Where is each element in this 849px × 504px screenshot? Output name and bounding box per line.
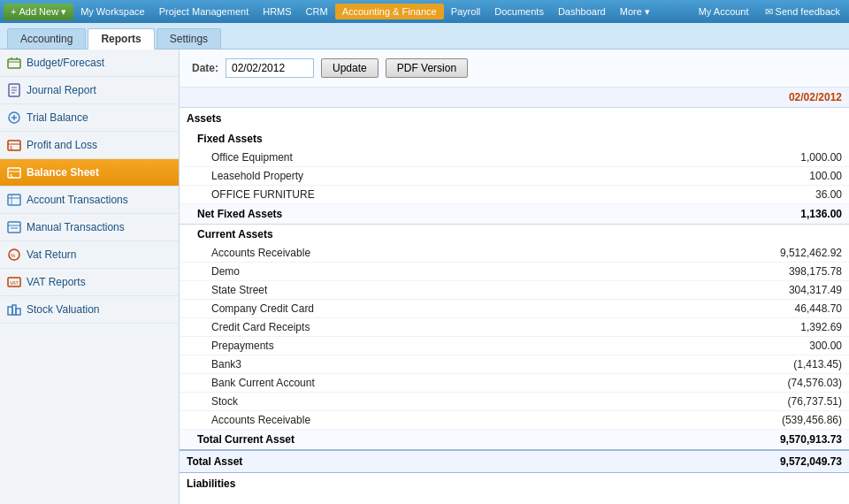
company-cc-value: 46,448.70 bbox=[734, 300, 849, 318]
cc-receipts-value: 1,392.69 bbox=[734, 318, 849, 337]
bank3-label: Bank3 bbox=[180, 355, 734, 374]
sidebar-label-trial: Trial Balance bbox=[27, 111, 88, 124]
sidebar-label-journal: Journal Report bbox=[27, 84, 96, 96]
table-row: Credit Card Receipts 1,392.69 bbox=[180, 318, 849, 337]
fixed-assets-header: Fixed Assets bbox=[180, 129, 849, 149]
sidebar-item-bs[interactable]: $ Balance Sheet bbox=[0, 159, 179, 187]
cc-receipts-label: Credit Card Receipts bbox=[180, 318, 734, 337]
my-account-nav[interactable]: My Account bbox=[692, 4, 756, 19]
total-current-asset-value: 9,570,913.73 bbox=[734, 430, 849, 451]
total-asset-value: 9,572,049.73 bbox=[734, 450, 849, 473]
liabilities-label: Liabilities bbox=[180, 473, 849, 495]
svg-rect-29 bbox=[16, 309, 20, 315]
ar2-value: (539,456.86) bbox=[734, 411, 849, 430]
date-header-empty bbox=[180, 88, 734, 108]
sidebar-item-pl[interactable]: $ Profit and Loss bbox=[0, 132, 179, 159]
svg-rect-20 bbox=[8, 222, 20, 233]
date-label: Date: bbox=[192, 62, 218, 74]
table-row: Accounts Receivable (539,456.86) bbox=[180, 411, 849, 430]
table-row: Leasehold Property 100.00 bbox=[180, 167, 849, 186]
accounting-finance-nav[interactable]: Accounting & Finance bbox=[335, 4, 444, 19]
stock-value: (76,737.51) bbox=[734, 393, 849, 411]
sidebar-label-budget: Budget/Forecast bbox=[27, 57, 104, 69]
table-row: Stock (76,737.51) bbox=[180, 393, 849, 411]
liabilities-section-header: Liabilities bbox=[180, 473, 849, 495]
ar2-label: Accounts Receivable bbox=[180, 411, 734, 430]
my-workspace-nav[interactable]: My Workspace bbox=[73, 4, 152, 19]
crm-nav[interactable]: CRM bbox=[299, 4, 335, 19]
sidebar-label-mt: Manual Transactions bbox=[27, 221, 125, 233]
documents-nav[interactable]: Documents bbox=[487, 4, 551, 19]
office-furniture-value: 36.00 bbox=[734, 186, 849, 204]
more-nav[interactable]: More ▾ bbox=[613, 4, 657, 20]
payroll-nav[interactable]: Payroll bbox=[444, 4, 488, 19]
main-content: Date: Update PDF Version 02/02/2012 Asse… bbox=[180, 50, 849, 504]
journal-icon bbox=[7, 83, 21, 97]
tab-accounting[interactable]: Accounting bbox=[7, 28, 86, 49]
fixed-assets-label: Fixed Assets bbox=[180, 129, 849, 149]
assets-label: Assets bbox=[180, 108, 849, 130]
net-fixed-assets-row: Net Fixed Assets 1,136.00 bbox=[180, 204, 849, 225]
table-row: State Street 304,317.49 bbox=[180, 281, 849, 300]
bank-current-label: Bank Current Account bbox=[180, 374, 734, 393]
sidebar-item-stock[interactable]: Stock Valuation bbox=[0, 296, 179, 324]
sidebar-item-at[interactable]: Account Transactions bbox=[0, 187, 179, 214]
demo-label: Demo bbox=[180, 263, 734, 281]
demo-value: 398,175.78 bbox=[734, 263, 849, 281]
current-assets-label: Current Assets bbox=[180, 225, 849, 245]
date-input[interactable] bbox=[226, 58, 314, 78]
plus-icon: + bbox=[11, 6, 16, 17]
dashboard-nav[interactable]: Dashboard bbox=[551, 4, 613, 19]
total-current-asset-row: Total Current Asset 9,570,913.73 bbox=[180, 430, 849, 451]
sidebar-item-trial[interactable]: Trial Balance bbox=[0, 104, 179, 132]
sidebar-label-vat: Vat Return bbox=[27, 248, 76, 261]
svg-text:%: % bbox=[11, 253, 16, 258]
table-row: Company Credit Card 46,448.70 bbox=[180, 300, 849, 318]
send-feedback-button[interactable]: ✉ Send feedback bbox=[760, 4, 845, 19]
stock-label: Stock bbox=[180, 393, 734, 411]
svg-rect-17 bbox=[8, 195, 20, 205]
company-cc-label: Company Credit Card bbox=[180, 300, 734, 318]
sidebar-item-mt[interactable]: Manual Transactions bbox=[0, 214, 179, 241]
office-equipment-label: Office Equipment bbox=[180, 149, 734, 167]
leasehold-value: 100.00 bbox=[734, 167, 849, 186]
update-button[interactable]: Update bbox=[321, 58, 379, 78]
table-row: Bank Current Account (74,576.03) bbox=[180, 374, 849, 393]
date-header-value: 02/02/2012 bbox=[734, 88, 849, 108]
sidebar: Budget/Forecast Journal Report Trial Bal… bbox=[0, 50, 180, 504]
project-management-nav[interactable]: Project Management bbox=[152, 4, 256, 19]
hrms-nav[interactable]: HRMS bbox=[256, 4, 298, 19]
sidebar-item-budget[interactable]: Budget/Forecast bbox=[0, 50, 179, 77]
current-assets-header: Current Assets bbox=[180, 225, 849, 245]
sidebar-item-journal[interactable]: Journal Report bbox=[0, 77, 179, 104]
sidebar-label-pl: Profit and Loss bbox=[27, 139, 97, 151]
vat-icon: % bbox=[7, 248, 21, 262]
net-fixed-assets-value: 1,136.00 bbox=[734, 204, 849, 225]
ar1-label: Accounts Receivable bbox=[180, 244, 734, 263]
add-new-button[interactable]: + Add New ▾ bbox=[4, 4, 73, 20]
sidebar-label-stock: Stock Valuation bbox=[27, 303, 100, 316]
office-equipment-value: 1,000.00 bbox=[734, 149, 849, 167]
ar1-value: 9,512,462.92 bbox=[734, 244, 849, 263]
date-header-row: 02/02/2012 bbox=[180, 88, 849, 108]
sidebar-label-at: Account Transactions bbox=[27, 194, 128, 206]
mt-icon bbox=[7, 220, 21, 234]
table-row: OFFICE FURNITURE 36.00 bbox=[180, 186, 849, 204]
at-icon bbox=[7, 193, 21, 207]
svg-text:VAT: VAT bbox=[10, 280, 19, 286]
sidebar-item-vat[interactable]: % Vat Return bbox=[0, 241, 179, 269]
sidebar-label-bs: Balance Sheet bbox=[27, 166, 99, 179]
office-furniture-label: OFFICE FURNITURE bbox=[180, 186, 734, 204]
total-current-asset-label: Total Current Asset bbox=[180, 430, 734, 451]
prepayments-value: 300.00 bbox=[734, 337, 849, 355]
total-asset-label: Total Asset bbox=[180, 450, 734, 473]
pl-icon: $ bbox=[7, 138, 21, 152]
date-bar: Date: Update PDF Version bbox=[180, 50, 849, 88]
pdf-version-button[interactable]: PDF Version bbox=[386, 58, 468, 78]
balance-sheet-table: 02/02/2012 Assets Fixed Assets Office Eq… bbox=[180, 88, 849, 494]
table-row: Demo 398,175.78 bbox=[180, 263, 849, 281]
leasehold-label: Leasehold Property bbox=[180, 167, 734, 186]
sidebar-item-vatr[interactable]: VAT VAT Reports bbox=[0, 269, 179, 296]
tab-settings[interactable]: Settings bbox=[157, 28, 221, 49]
tab-reports[interactable]: Reports bbox=[88, 28, 154, 50]
